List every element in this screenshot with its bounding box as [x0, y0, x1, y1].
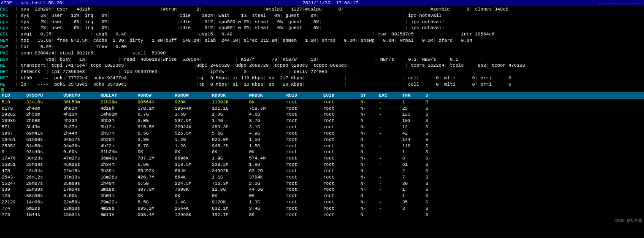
cell-usrcpu: 4h13m [63, 111, 100, 118]
cell-rddsk: 922.0M [212, 137, 249, 143]
cell-rdelay: 6h37m [100, 130, 138, 137]
cell-vgrow: 426.7M [138, 174, 175, 181]
cell-rgrow: 664K [175, 174, 212, 181]
cell-rddsk: 716.3M [212, 181, 249, 187]
cell-wrdsk: 3.1G [249, 124, 286, 130]
cell-rddsk: 9120K [212, 199, 249, 206]
cell-thr: 12 [402, 124, 425, 130]
cell-ruid: root [286, 168, 323, 174]
cell-syscpu: 14m06s [26, 199, 63, 206]
cell-rddsk: 1.1G [212, 174, 249, 181]
cell-s: S [425, 111, 434, 118]
cell-pid: 17476 [2, 155, 26, 162]
cell-euid: root [323, 149, 360, 155]
cell-thr: 1 [402, 149, 425, 155]
cell-vgrow: 0K [138, 149, 175, 155]
cell-ruid: root [286, 124, 323, 130]
cell-syscpu: 26m12s [26, 174, 63, 181]
cell-rdelay: 4d18h [100, 105, 138, 112]
cell-euid: root [323, 143, 360, 149]
cpu-row: CPU| sys 5%| user 12%| irq 0%| |idle 182… [0, 13, 644, 19]
cell-rddsk: 208.2M [212, 162, 249, 168]
cell-usrcpu: 47m27s [63, 155, 100, 162]
cell-exc: - [379, 99, 402, 105]
cell-st: N- [360, 199, 379, 206]
cell-pid: 16851 [2, 162, 26, 168]
cell-usrcpu: 9h01m [63, 105, 100, 112]
cell-usrcpu: 22m15s [63, 168, 100, 174]
cell-ruid: root [286, 212, 323, 218]
cell-s: S [425, 181, 434, 187]
cell-rdelay: 86m40s [100, 155, 138, 162]
cell-s: S [425, 162, 434, 168]
cell-rdelay: 18m28s [100, 174, 138, 181]
cell-wrdsk: 3.4G [249, 206, 286, 212]
cell-wrdsk: 1.5G [249, 143, 286, 149]
cell-ruid: root [286, 193, 323, 199]
th-rdelay: RDELAY [100, 92, 138, 99]
cell-syscpu: 2h56m [26, 111, 63, 118]
net-network-row: NET| network | ipi 773963e3| | ipo 96997… [0, 69, 644, 75]
cell-pid: 773 [2, 212, 26, 218]
cell-vgrow: 6.5G [138, 130, 175, 137]
cell-rdelay: 14h02m [100, 111, 138, 118]
cell-rgrow: 318.5M [175, 162, 212, 168]
th-wrdsk: WRDSK [249, 92, 286, 99]
cell-rddsk: 1.4G [212, 118, 249, 124]
cell-wrdsk: 574.4M [249, 155, 286, 162]
cell-thr: 1 [402, 99, 425, 105]
cell-st: N- [360, 162, 379, 168]
cell-rdelay: 21h39m [100, 99, 138, 105]
cell-thr: 3 [402, 206, 425, 212]
cell-vgrow: 558.4M [138, 212, 175, 218]
cell-pid: 6178 [2, 105, 26, 112]
cell-s: S [425, 199, 434, 206]
cell-rddsk: 945.2M [212, 143, 249, 149]
cell-syscpu: 30m23s [26, 155, 63, 162]
cell-exc: - [379, 187, 402, 193]
cell-thr: 35 [402, 199, 425, 206]
atop-title: ATOP - srv-test1-58-20 [1, 0, 62, 6]
cell-thr: 7 [402, 174, 425, 181]
cell-rgrow: 22024K [175, 124, 212, 130]
table-row: 254326m12s37m30s18m28s426.7M664K1.1G3784… [0, 174, 644, 181]
cell-euid: root [323, 155, 360, 162]
cell-pid: 3957 [2, 130, 26, 137]
cell-rdelay: 1h40m [100, 181, 138, 187]
cell-s: S [425, 212, 434, 218]
cell-thr: 144 [402, 137, 425, 143]
cell-pid: 25352 [2, 143, 26, 149]
cell-euid: root [323, 111, 360, 118]
cell-s: R [425, 99, 434, 105]
cell-pid: 571 [2, 124, 26, 130]
bottom-watermark: CSDN @无言恩 [0, 218, 644, 224]
mem-row: MEM| tot 15.6G| free 872.5M| cache 2.3G|… [0, 38, 644, 44]
cell-rdelay: 3h39m [100, 168, 138, 174]
cell-vgrow: 6.7G [138, 111, 175, 118]
cell-thr: 2 [402, 168, 425, 174]
cell-rddsk: 12.8G [212, 187, 249, 193]
cell-rdelay: 4m29s [100, 206, 138, 212]
cell-rddsk: 5.6G [212, 130, 249, 137]
cell-st: N- [360, 137, 379, 143]
cell-pid: 126 [2, 193, 26, 199]
cell-wrdsk: 2.0G [249, 181, 286, 187]
cell-syscpu: 33m16s [26, 99, 63, 105]
cell-usrcpu: 1h44m [63, 130, 100, 137]
cell-ruid: root [286, 99, 323, 105]
cell-exc: - [379, 174, 402, 181]
cell-thr: 42 [402, 130, 425, 137]
cell-vgrow: 815.5M [138, 124, 175, 130]
cell-st: N- [360, 168, 379, 174]
cell-syscpu: 20m07s [26, 181, 63, 187]
cell-exc: - [379, 168, 402, 174]
cell-thr: 1 [402, 193, 425, 199]
cell-pid: 518 [2, 99, 26, 105]
net-transport-row: NET| transport| tcpi 74171e4| tcpo 10213… [0, 62, 644, 69]
cell-ruid: root [286, 187, 323, 193]
cell-exc: - [379, 124, 402, 130]
cell-s: S [425, 149, 434, 155]
net-eth0-row: NET| eth0 --| pcki 77722e4| pcko 93477e4… [0, 75, 644, 81]
cell-exc: - [379, 149, 402, 155]
th-s: S [425, 92, 434, 99]
